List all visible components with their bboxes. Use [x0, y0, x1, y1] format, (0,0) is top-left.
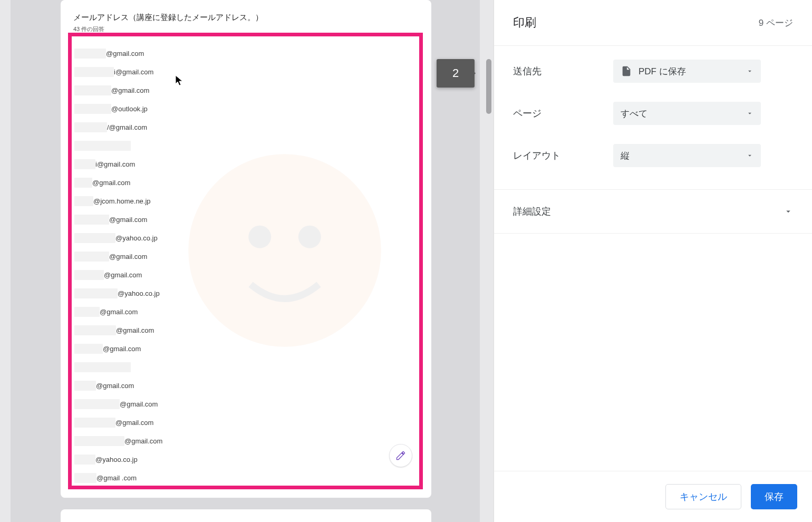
- email-response-row: @yahoo.co.jp: [74, 229, 412, 247]
- pages-select[interactable]: すべて: [613, 102, 761, 125]
- email-domain-text: i@gmail.com: [114, 68, 153, 76]
- email-domain-text: @gmail.com: [124, 437, 162, 445]
- destination-select[interactable]: PDF に保存: [613, 60, 761, 83]
- redacted-mask: [74, 49, 106, 59]
- email-domain-text: @gmail.com: [120, 400, 158, 408]
- layout-value: 縦: [621, 150, 746, 162]
- email-domain-text: @gmail.com: [104, 271, 142, 279]
- destination-row: 送信先 PDF に保存: [513, 50, 793, 92]
- email-response-row: @gmail.com: [74, 395, 412, 413]
- pencil-icon: [395, 450, 406, 461]
- email-response-row: @gmail.com: [74, 432, 412, 450]
- preview-page-2: メールアドレス（講座に登録したメールアドレス。） 43 件の回答 @gmail.…: [61, 0, 431, 498]
- pages-row: ページ すべて: [513, 92, 793, 134]
- email-response-row: @yahoo.co.jp: [74, 284, 412, 303]
- email-domain-text: /@gmail.com: [107, 123, 147, 131]
- email-response-row: i@gmail.com: [74, 63, 412, 81]
- email-domain-text: @gmail.com: [116, 326, 154, 334]
- page-number-badge: 2: [437, 59, 475, 88]
- email-response-row: @gmail.com: [74, 303, 412, 321]
- email-response-row: i@gmail.com: [74, 155, 412, 173]
- app-root: メールアドレス（講座に登録したメールアドレス。） 43 件の回答 @gmail.…: [0, 0, 812, 522]
- email-domain-text: @gmail.com: [106, 50, 144, 57]
- more-settings-toggle[interactable]: 詳細設定: [494, 189, 812, 234]
- redacted-mask: [74, 233, 115, 243]
- email-domain-text: @gmail.com: [96, 382, 134, 390]
- email-domain-text: @yahoo.co.jp: [115, 234, 158, 242]
- redacted-mask: [74, 122, 107, 132]
- redacted-mask: [74, 141, 131, 151]
- page-count-label: 9 ページ: [759, 17, 793, 29]
- email-response-row: @outlook.jp: [74, 100, 412, 118]
- redacted-mask: [74, 85, 111, 95]
- email-domain-text: @gmail.com: [103, 345, 141, 353]
- preview-scroll[interactable]: メールアドレス（講座に登録したメールアドレス。） 43 件の回答 @gmail.…: [0, 0, 494, 522]
- more-settings-label: 詳細設定: [513, 205, 551, 218]
- scrollbar-thumb[interactable]: [486, 59, 491, 114]
- redacted-mask: [74, 436, 124, 446]
- email-response-row: @gmail.com: [74, 81, 412, 100]
- redacted-mask: [74, 67, 114, 77]
- email-response-row: @gmail.com: [74, 44, 412, 63]
- preview-page-3-top: [61, 509, 431, 522]
- email-domain-text: @yahoo.co.jp: [95, 456, 138, 463]
- pages-label: ページ: [513, 107, 613, 120]
- email-response-row: @gmail.com: [74, 173, 412, 192]
- chevron-down-icon: [746, 110, 753, 117]
- chevron-down-icon: [746, 152, 753, 159]
- save-button[interactable]: 保存: [751, 484, 797, 509]
- redacted-mask: [74, 178, 92, 188]
- edit-button[interactable]: [389, 444, 412, 467]
- email-response-row: @yahoo.co.jp: [74, 450, 412, 469]
- email-response-row: @gmail.com: [74, 210, 412, 229]
- email-domain-text: i@gmail.com: [95, 160, 135, 168]
- print-dialog: 印刷 9 ページ 送信先 PDF に保存 ページ: [494, 0, 812, 522]
- dialog-footer: キャンセル 保存: [494, 471, 812, 522]
- pages-value: すべて: [621, 108, 746, 120]
- email-domain-text: @gmail .com: [96, 474, 137, 482]
- redacted-mask: [74, 104, 111, 114]
- redacted-mask: [74, 473, 96, 483]
- redacted-mask: [74, 399, 120, 409]
- email-domain-text: @yahoo.co.jp: [118, 289, 160, 297]
- email-response-row: [74, 358, 412, 376]
- chevron-down-icon: [746, 67, 753, 75]
- dialog-header: 印刷 9 ページ: [494, 0, 812, 45]
- email-domain-text: @gmail.com: [100, 308, 138, 316]
- destination-value: PDF に保存: [639, 65, 746, 78]
- email-domain-text: @gmail.com: [111, 86, 149, 94]
- cancel-button[interactable]: キャンセル: [665, 484, 741, 509]
- layout-select[interactable]: 縦: [613, 144, 761, 167]
- redacted-mask: [74, 307, 100, 317]
- layout-row: レイアウト 縦: [513, 134, 793, 177]
- pdf-icon: [621, 65, 632, 77]
- redacted-mask: [74, 325, 116, 335]
- email-response-row: @gmail.com: [74, 413, 412, 432]
- destination-label: 送信先: [513, 65, 613, 78]
- redacted-mask: [74, 252, 109, 262]
- email-response-row: [74, 137, 412, 155]
- email-domain-text: @outlook.jp: [111, 105, 148, 113]
- redacted-mask: [74, 215, 109, 225]
- print-preview-pane: メールアドレス（講座に登録したメールアドレス。） 43 件の回答 @gmail.…: [0, 0, 494, 522]
- redacted-mask: [74, 270, 104, 280]
- email-response-list: @gmail.comi@gmail.com@gmail.com@outlook.…: [74, 44, 412, 487]
- email-domain-text: @gmail.com: [92, 179, 130, 187]
- email-response-row: @gmail.com: [74, 266, 412, 284]
- redacted-mask: [74, 362, 131, 372]
- redacted-mask: [74, 455, 95, 465]
- chevron-down-icon: [784, 207, 793, 216]
- email-domain-text: @gmail.com: [109, 216, 147, 224]
- redacted-mask: [74, 159, 95, 169]
- redacted-mask: [74, 196, 93, 206]
- preview-viewport: メールアドレス（講座に登録したメールアドレス。） 43 件の回答 @gmail.…: [11, 0, 480, 522]
- email-response-row: @gmail.com: [74, 376, 412, 395]
- email-response-row: @gmail.com: [74, 321, 412, 340]
- settings-block: 送信先 PDF に保存 ページ すべて: [494, 45, 812, 189]
- redacted-mask: [74, 344, 103, 354]
- email-response-row: @gmail.com: [74, 247, 412, 266]
- question-title: メールアドレス（講座に登録したメールアドレス。）: [73, 13, 263, 23]
- redacted-mask: [74, 381, 96, 391]
- preview-scrollbar[interactable]: [485, 0, 494, 522]
- response-count: 43 件の回答: [73, 25, 104, 33]
